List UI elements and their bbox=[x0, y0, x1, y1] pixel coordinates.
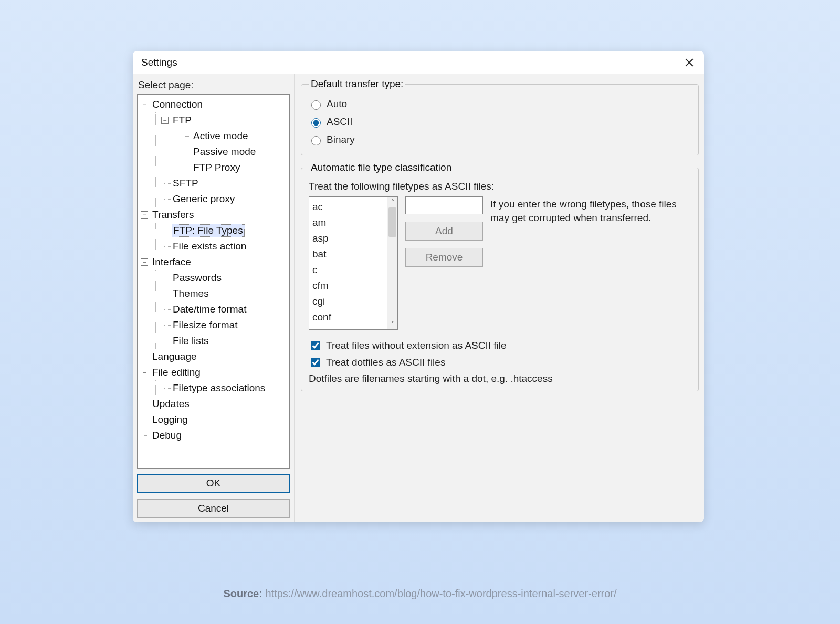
auto-classification-group: Automatic file type classification Treat… bbox=[301, 162, 699, 391]
tree-file-exists[interactable]: File exists action bbox=[173, 241, 246, 252]
cancel-button[interactable]: Cancel bbox=[137, 499, 290, 518]
ok-button[interactable]: OK bbox=[137, 474, 290, 493]
list-item[interactable]: bat bbox=[312, 246, 384, 262]
radio-binary-label[interactable]: Binary bbox=[327, 134, 355, 145]
tree-passwords[interactable]: Passwords bbox=[173, 272, 222, 284]
checkbox-noext-label[interactable]: Treat files without extension as ASCII f… bbox=[326, 340, 507, 351]
scrollbar[interactable]: ˄ ˅ bbox=[387, 197, 397, 329]
list-item[interactable]: cfm bbox=[312, 278, 384, 294]
left-panel: Select page: − Connection − FTP bbox=[133, 74, 295, 522]
filetype-listbox[interactable]: acamaspbatccfmcgiconf ˄ ˅ bbox=[309, 196, 398, 330]
radio-binary[interactable] bbox=[311, 136, 321, 145]
tree-ftp[interactable]: FTP bbox=[173, 115, 192, 126]
tree-language[interactable]: Language bbox=[152, 351, 197, 362]
source-label: Source: bbox=[223, 588, 262, 599]
remove-button[interactable]: Remove bbox=[405, 248, 483, 267]
tree-updates[interactable]: Updates bbox=[152, 398, 190, 410]
tree-file-editing[interactable]: File editing bbox=[152, 367, 201, 378]
tree-transfers[interactable]: Transfers bbox=[152, 209, 194, 221]
tree-ftp-file-types[interactable]: FTP: File Types bbox=[172, 224, 245, 237]
tree-sftp[interactable]: SFTP bbox=[173, 178, 198, 189]
expander-icon[interactable]: − bbox=[161, 117, 169, 124]
checkbox-noext[interactable] bbox=[311, 341, 320, 350]
radio-ascii-label[interactable]: ASCII bbox=[327, 116, 353, 128]
tree-filesize[interactable]: Filesize format bbox=[173, 319, 238, 331]
tree-ftp-proxy[interactable]: FTP Proxy bbox=[193, 162, 240, 173]
group-legend: Automatic file type classification bbox=[309, 162, 454, 173]
close-icon[interactable] bbox=[680, 53, 699, 72]
treat-heading: Treat the following filetypes as ASCII f… bbox=[309, 181, 691, 192]
tree-ftp-active[interactable]: Active mode bbox=[193, 130, 248, 142]
select-page-label: Select page: bbox=[137, 77, 290, 94]
list-item[interactable]: cgi bbox=[312, 294, 384, 309]
tree-datetime[interactable]: Date/time format bbox=[173, 304, 246, 315]
expander-icon[interactable]: − bbox=[141, 211, 148, 219]
titlebar: Settings bbox=[133, 51, 704, 74]
source-caption: Source: https://www.dreamhost.com/blog/h… bbox=[0, 588, 840, 600]
list-item[interactable]: c bbox=[312, 262, 384, 278]
checkbox-dotfiles-label[interactable]: Treat dotfiles as ASCII files bbox=[326, 357, 445, 368]
expander-icon[interactable]: − bbox=[141, 101, 148, 108]
scrollbar-thumb[interactable] bbox=[388, 207, 396, 237]
group-legend: Default transfer type: bbox=[309, 78, 405, 90]
radio-auto[interactable] bbox=[311, 100, 321, 110]
expander-icon[interactable]: − bbox=[141, 258, 148, 266]
settings-tree[interactable]: − Connection − FTP Active mode Passive m… bbox=[137, 94, 290, 469]
window-title: Settings bbox=[141, 57, 177, 68]
dotfiles-note: Dotfiles are filenames starting with a d… bbox=[309, 373, 691, 384]
source-url: https://www.dreamhost.com/blog/how-to-fi… bbox=[265, 588, 616, 599]
tree-ftp-passive[interactable]: Passive mode bbox=[193, 146, 256, 158]
tree-filetype-assoc[interactable]: Filetype associations bbox=[173, 382, 265, 394]
tree-logging[interactable]: Logging bbox=[152, 414, 188, 425]
list-item[interactable]: am bbox=[312, 215, 384, 231]
radio-auto-label[interactable]: Auto bbox=[327, 98, 347, 110]
hint-text: If you enter the wrong filetypes, those … bbox=[490, 196, 691, 225]
add-button[interactable]: Add bbox=[405, 222, 483, 241]
tree-file-lists[interactable]: File lists bbox=[173, 335, 209, 347]
expander-icon[interactable]: − bbox=[141, 369, 148, 376]
tree-interface[interactable]: Interface bbox=[152, 256, 191, 268]
settings-dialog: Settings Select page: − Connection bbox=[133, 51, 704, 522]
extension-input[interactable] bbox=[405, 196, 483, 214]
list-item[interactable]: ac bbox=[312, 199, 384, 215]
checkbox-dotfiles[interactable] bbox=[311, 358, 320, 367]
list-item[interactable]: asp bbox=[312, 231, 384, 246]
tree-themes[interactable]: Themes bbox=[173, 288, 209, 299]
chevron-down-icon[interactable]: ˅ bbox=[387, 319, 397, 329]
tree-generic-proxy[interactable]: Generic proxy bbox=[173, 193, 235, 205]
list-item[interactable]: conf bbox=[312, 309, 384, 325]
default-transfer-type-group: Default transfer type: Auto ASCII Binary bbox=[301, 78, 699, 155]
tree-connection[interactable]: Connection bbox=[152, 99, 203, 110]
right-panel: Default transfer type: Auto ASCII Binary bbox=[295, 74, 704, 522]
radio-ascii[interactable] bbox=[311, 118, 321, 128]
chevron-up-icon[interactable]: ˄ bbox=[387, 197, 397, 207]
tree-debug[interactable]: Debug bbox=[152, 430, 182, 441]
